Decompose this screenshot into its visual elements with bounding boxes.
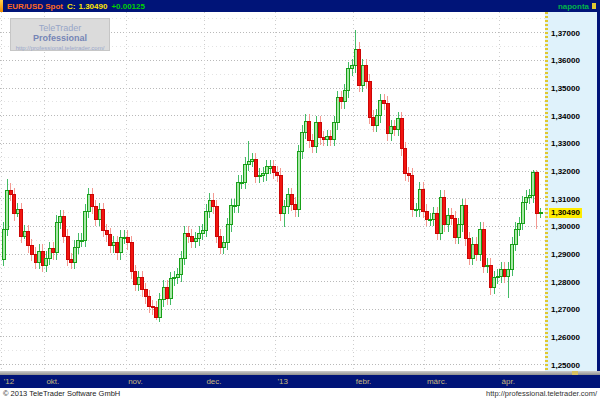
candle	[503, 262, 506, 283]
candle	[230, 199, 233, 232]
candlestick-chart[interactable]	[0, 12, 545, 371]
candle	[205, 204, 208, 237]
candle	[16, 203, 19, 217]
candle	[144, 283, 147, 304]
candle	[354, 30, 357, 73]
candle	[507, 262, 510, 298]
candle	[183, 226, 186, 265]
candle	[447, 208, 450, 232]
interval-dropdown-icon[interactable]	[592, 3, 596, 9]
candle	[464, 199, 467, 246]
candle	[471, 237, 474, 265]
candle	[80, 233, 83, 247]
candle	[368, 74, 371, 124]
price-axis-label: 1,31000	[551, 195, 580, 204]
candle	[532, 170, 535, 203]
candle	[443, 190, 446, 231]
price-axis-label: 1,27000	[551, 305, 580, 314]
candle	[365, 59, 368, 88]
candle	[390, 120, 393, 141]
candle	[109, 228, 112, 253]
time-axis[interactable]: '12okt.nov.dec.'13febr.márc.ápr.	[0, 375, 600, 388]
candle	[287, 188, 290, 214]
candle	[486, 258, 489, 273]
candle	[155, 301, 158, 320]
candle	[148, 290, 151, 314]
candle	[262, 167, 265, 182]
candle	[116, 236, 119, 260]
candle	[439, 190, 442, 240]
candle	[336, 91, 339, 130]
candle	[41, 244, 44, 272]
candle	[84, 204, 87, 247]
close-prefix-label: C:	[67, 2, 75, 11]
price-axis[interactable]: 1,30490 1,250001,260001,270001,280001,29…	[545, 12, 600, 371]
candle	[244, 157, 247, 189]
candle	[361, 59, 364, 92]
candle	[112, 236, 115, 253]
candle	[269, 160, 272, 174]
candle	[272, 160, 275, 179]
candle	[411, 168, 414, 216]
candle	[254, 153, 257, 183]
candle	[251, 153, 254, 167]
candle	[126, 230, 129, 249]
price-axis-label: 1,29000	[551, 250, 580, 259]
candle	[222, 236, 225, 254]
candle	[379, 94, 382, 123]
logo-title: TeleTrader Professional	[11, 23, 109, 43]
candle	[333, 116, 336, 146]
candle	[198, 226, 201, 245]
price-axis-label: 1,36000	[551, 56, 580, 65]
candle	[475, 237, 478, 261]
time-axis-label: ápr.	[502, 375, 515, 388]
candle	[518, 217, 521, 236]
candle	[468, 232, 471, 265]
price-axis-label: 1,35000	[551, 84, 580, 93]
footer-url[interactable]: http://professional.teletrader.com/	[486, 389, 597, 398]
candle	[340, 91, 343, 109]
price-change-value: +0.00125	[111, 2, 145, 11]
candle	[511, 237, 514, 276]
candle	[52, 242, 55, 260]
candle	[62, 210, 65, 243]
candle	[70, 253, 73, 270]
price-axis-label: 1,25000	[551, 361, 580, 370]
candle	[525, 190, 528, 209]
window-accent-stripe	[0, 0, 3, 12]
candle	[77, 233, 80, 254]
candle	[404, 142, 407, 181]
candle	[119, 230, 122, 259]
candle	[30, 239, 33, 261]
candle	[290, 188, 293, 212]
candle	[55, 215, 58, 259]
candle	[319, 116, 322, 145]
candle	[247, 141, 250, 171]
candle	[166, 280, 169, 305]
candle	[162, 280, 165, 306]
candle	[457, 218, 460, 244]
candle	[418, 182, 421, 217]
candle	[215, 200, 218, 243]
candle	[208, 193, 211, 218]
candle	[73, 240, 76, 269]
candle	[219, 229, 222, 254]
candle	[48, 242, 51, 266]
candle	[38, 244, 41, 269]
price-axis-label: 1,30000	[551, 222, 580, 231]
candle	[87, 188, 90, 218]
candle	[158, 293, 161, 322]
teletrader-chart-window: EUR/USD Spot C: 1.30490 +0.00125 naponta…	[0, 0, 600, 400]
last-price-value: 1.30490	[78, 2, 107, 11]
candle	[20, 203, 23, 243]
candle	[500, 262, 503, 283]
candle	[489, 258, 492, 295]
candle	[347, 62, 350, 98]
candle	[415, 203, 418, 217]
candle	[400, 112, 403, 156]
interval-label[interactable]: naponta	[558, 2, 589, 11]
candle	[528, 189, 531, 204]
candle	[383, 94, 386, 111]
candle	[2, 222, 5, 266]
price-axis-label: 1,26000	[551, 333, 580, 342]
